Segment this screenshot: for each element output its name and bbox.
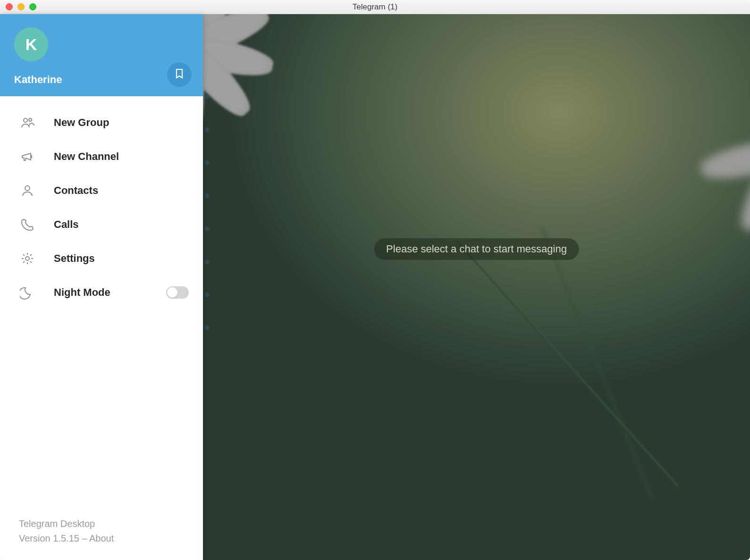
menu-item-label: New Channel	[54, 150, 119, 163]
moon-icon	[19, 284, 36, 301]
version-label: Version 1.5.15 –	[19, 533, 89, 543]
svg-point-3	[25, 257, 29, 260]
toggle-knob	[167, 287, 177, 298]
close-window-button[interactable]	[6, 3, 13, 10]
menu-item-label: Contacts	[54, 184, 98, 197]
group-icon	[19, 114, 36, 131]
menu-item-label: Calls	[54, 218, 79, 231]
chat-list-edge	[203, 14, 212, 560]
about-link[interactable]: About	[89, 533, 114, 543]
minimize-window-button[interactable]	[17, 3, 25, 10]
bookmark-icon	[174, 68, 185, 81]
chat-area: Please select a chat to start messaging	[203, 14, 750, 560]
menu-item-night-mode[interactable]: Night Mode	[0, 276, 203, 309]
window-title: Telegram (1)	[0, 2, 750, 12]
menu-item-calls[interactable]: Calls	[0, 208, 203, 242]
svg-point-2	[25, 186, 30, 191]
menu-item-new-channel[interactable]: New Channel	[0, 140, 203, 174]
megaphone-icon	[19, 148, 36, 165]
svg-point-0	[24, 118, 27, 122]
drawer-menu: New Group New Channel Contacts	[0, 96, 203, 517]
avatar[interactable]: K	[14, 27, 48, 61]
menu-item-contacts[interactable]: Contacts	[0, 174, 203, 208]
menu-item-new-group[interactable]: New Group	[0, 106, 203, 140]
main-menu-drawer: K Katherine New Group	[0, 14, 203, 560]
svg-point-1	[29, 118, 32, 121]
app-body: Please select a chat to start messaging …	[0, 14, 750, 560]
empty-chat-placeholder: Please select a chat to start messaging	[374, 238, 579, 260]
saved-messages-button[interactable]	[167, 62, 192, 87]
app-name-label: Telegram Desktop	[19, 517, 184, 531]
drawer-overlay[interactable]	[203, 14, 750, 560]
menu-item-label: New Group	[54, 117, 109, 129]
titlebar: Telegram (1)	[0, 0, 750, 14]
window-controls	[6, 3, 36, 10]
drawer-footer: Telegram Desktop Version 1.5.15 – About	[0, 517, 203, 560]
drawer-header: K Katherine	[0, 14, 203, 96]
person-icon	[19, 182, 36, 199]
menu-item-label: Night Mode	[54, 286, 110, 299]
gear-icon	[19, 250, 36, 267]
phone-icon	[19, 216, 36, 233]
menu-item-settings[interactable]: Settings	[0, 242, 203, 276]
app-window: Telegram (1)	[0, 0, 750, 560]
zoom-window-button[interactable]	[29, 3, 36, 10]
night-mode-toggle[interactable]	[166, 286, 189, 299]
profile-name[interactable]: Katherine	[14, 74, 189, 86]
menu-item-label: Settings	[54, 252, 95, 265]
